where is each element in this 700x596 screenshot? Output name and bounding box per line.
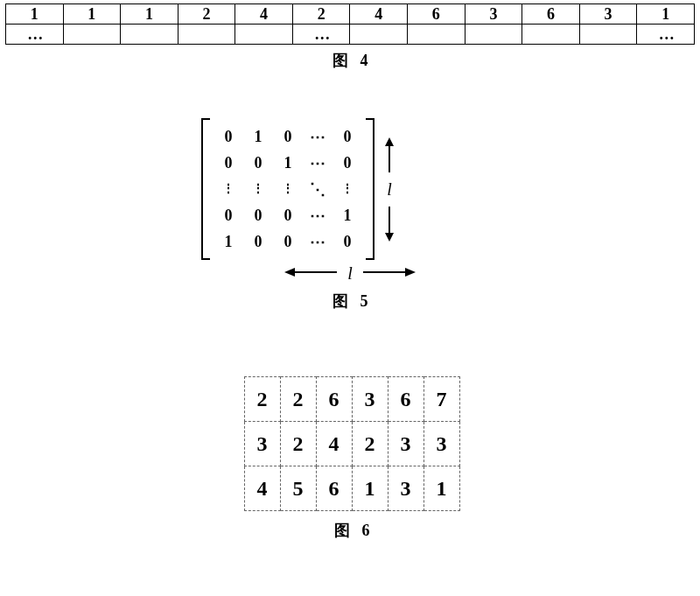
- fig4-cell: 2: [178, 4, 235, 25]
- matrix-cell: ⋱: [303, 176, 332, 202]
- caption-number: 6: [362, 522, 370, 539]
- figure-5: 0 1 0 ⋯ 0 0 0 1 ⋯ 0 ⋮ ⋮ ⋮ ⋱: [201, 118, 499, 312]
- matrix-cell: 0: [214, 150, 243, 176]
- fig6-cell: 2: [280, 377, 316, 422]
- table-row: 2 2 6 3 6 7: [244, 377, 459, 422]
- matrix-cell: ⋯: [303, 123, 332, 150]
- matrix-cell: ⋮: [273, 176, 303, 202]
- matrix-cell: 0: [332, 150, 362, 176]
- matrix-cell: 0: [214, 202, 243, 228]
- col-count-label: l: [347, 263, 353, 284]
- arrow-left-icon: [284, 266, 337, 282]
- matrix-cell: ⋯: [303, 202, 332, 228]
- matrix-cell: ⋮: [214, 176, 243, 202]
- fig5-matrix: 0 1 0 ⋯ 0 0 0 1 ⋯ 0 ⋮ ⋮ ⋮ ⋱: [201, 118, 374, 260]
- fig6-cell: 5: [280, 466, 316, 511]
- fig4-cell: [408, 25, 466, 45]
- fig6-cell: 6: [316, 466, 352, 511]
- fig4-cell: [121, 25, 178, 45]
- fig4-cell: 4: [350, 4, 408, 25]
- row-count-label: l: [387, 179, 392, 200]
- figure-6: 2 2 6 3 6 7 3 2 4 2 3 3 4 5 6 1 3 1 图6: [238, 376, 466, 541]
- fig6-cell: 7: [424, 377, 459, 422]
- matrix-cell: ⋯: [303, 228, 332, 255]
- fig6-cell: 2: [280, 422, 316, 466]
- matrix-cell: 1: [243, 123, 273, 150]
- fig4-cell: 1: [637, 4, 695, 25]
- fig5-matrix-wrap: 0 1 0 ⋯ 0 0 0 1 ⋯ 0 ⋮ ⋮ ⋮ ⋱: [201, 118, 499, 260]
- matrix-cell: 0: [332, 123, 362, 150]
- fig4-cell: [178, 25, 235, 45]
- matrix-cell: 0: [214, 123, 243, 150]
- matrix-cell: 0: [273, 202, 303, 228]
- fig6-cell: 3: [388, 466, 424, 511]
- fig4-cell: 3: [579, 4, 637, 25]
- matrix-cell: ⋮: [243, 176, 273, 202]
- matrix-cell: 1: [273, 150, 303, 176]
- matrix-cell: ⋮: [332, 176, 362, 202]
- table-row: 4 5 6 1 3 1: [244, 466, 459, 511]
- table-row: 3 2 4 2 3 3: [244, 422, 459, 466]
- caption-number: 5: [360, 292, 368, 310]
- matrix-row: 0 0 0 ⋯ 1: [214, 202, 362, 228]
- matrix-row: 0 1 0 ⋯ 0: [214, 123, 362, 150]
- fig4-cell: 2: [292, 4, 350, 25]
- arrow-right-icon: [363, 266, 416, 282]
- arrow-up-icon: [383, 137, 396, 172]
- fig4-cell: [465, 25, 522, 45]
- fig4-cell: 6: [408, 4, 466, 25]
- svg-marker-5: [284, 268, 295, 277]
- fig6-cell: 3: [424, 422, 459, 466]
- fig6-cell: 1: [352, 466, 388, 511]
- fig4-cell: …: [6, 25, 64, 45]
- fig4-cell: …: [637, 25, 695, 45]
- caption-number: 4: [360, 52, 368, 69]
- matrix-cell: 0: [243, 228, 273, 255]
- matrix-cell: 0: [332, 228, 362, 255]
- table-row: 1 1 1 2 4 2 4 6 3 6 3 1: [6, 4, 695, 25]
- matrix-cell: 0: [273, 228, 303, 255]
- fig6-cell: 6: [316, 377, 352, 422]
- fig6-cell: 2: [352, 422, 388, 466]
- fig6-cell: 4: [244, 466, 280, 511]
- fig6-cell: 3: [352, 377, 388, 422]
- fig6-cell: 6: [388, 377, 424, 422]
- fig4-table: 1 1 1 2 4 2 4 6 3 6 3 1 … … …: [5, 4, 695, 45]
- matrix-cell: 1: [214, 228, 243, 255]
- fig6-cell: 1: [424, 466, 459, 511]
- fig5-row-dimension: l: [383, 123, 396, 255]
- svg-marker-3: [385, 233, 394, 242]
- fig6-cell: 3: [244, 422, 280, 466]
- fig4-cell: 6: [522, 4, 580, 25]
- figure-4-caption: 图4: [5, 50, 695, 71]
- matrix-cell: 0: [243, 202, 273, 228]
- arrow-down-icon: [383, 207, 396, 242]
- fig4-cell: …: [292, 25, 350, 45]
- bracket-right-icon: [366, 118, 374, 260]
- fig4-cell: 1: [6, 4, 64, 25]
- fig4-cell: 1: [121, 4, 178, 25]
- fig4-cell: [235, 25, 293, 45]
- fig5-col-dimension: l: [201, 263, 499, 284]
- fig4-cell: [522, 25, 580, 45]
- matrix-cell: ⋯: [303, 150, 332, 176]
- figure-5-caption: 图5: [201, 291, 499, 312]
- bracket-left-icon: [201, 118, 210, 260]
- matrix-row: ⋮ ⋮ ⋮ ⋱ ⋮: [214, 176, 362, 202]
- fig6-table: 2 2 6 3 6 7 3 2 4 2 3 3 4 5 6 1 3 1: [244, 376, 460, 511]
- fig4-cell: 4: [235, 4, 293, 25]
- fig4-cell: [350, 25, 408, 45]
- matrix-cell: 1: [332, 202, 362, 228]
- fig4-cell: [63, 25, 121, 45]
- svg-marker-1: [385, 137, 394, 146]
- matrix-row: 0 0 1 ⋯ 0: [214, 150, 362, 176]
- caption-prefix: 图: [332, 52, 348, 69]
- caption-prefix: 图: [334, 522, 350, 539]
- figure-6-caption: 图6: [238, 520, 466, 541]
- matrix-cell: 0: [273, 123, 303, 150]
- caption-prefix: 图: [332, 292, 348, 310]
- fig6-cell: 4: [316, 422, 352, 466]
- figure-4: 1 1 1 2 4 2 4 6 3 6 3 1 … … …: [5, 4, 695, 71]
- fig6-cell: 3: [388, 422, 424, 466]
- fig4-cell: 3: [465, 4, 522, 25]
